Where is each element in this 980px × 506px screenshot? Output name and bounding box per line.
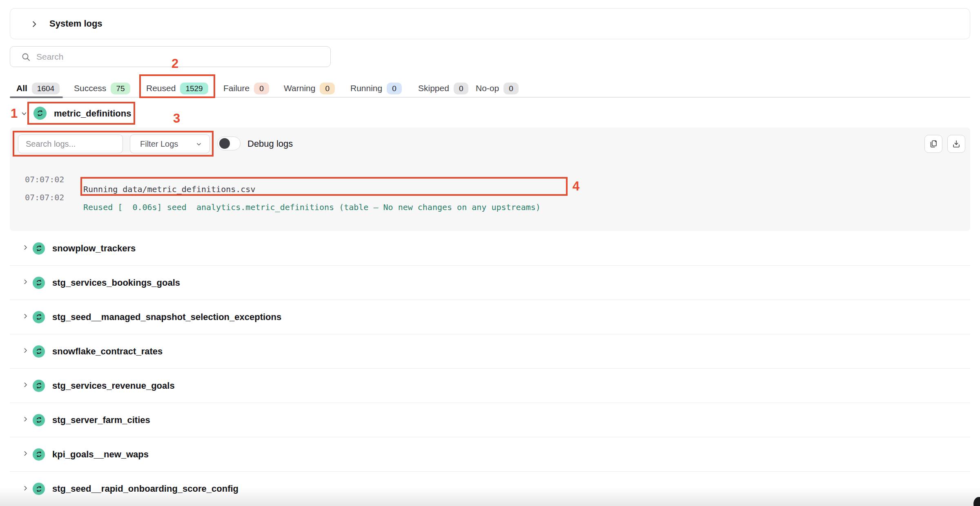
tab-count-badge: 1529 [180,83,208,94]
chevron-right-icon [22,244,29,253]
node-label: stg_services_revenue_goals [52,381,175,391]
download-icon [952,139,961,148]
log-line: 07:07:02 Running data/metric_definitions… [10,165,970,175]
node-label: stg_seed__rapid_onboarding_score_config [52,484,238,494]
node-row[interactable]: stg_seed__rapid_onboarding_score_config [10,472,970,506]
tab-label: Reused [146,83,176,93]
search-input[interactable]: Search [10,46,331,67]
node-row[interactable]: kpi_goals__new_waps [10,437,970,472]
sync-icon [33,448,45,461]
log-panel: Search logs... Filter Logs Debug logs 07… [10,128,970,231]
tab-label: Skipped [418,83,449,93]
chevron-right-icon [22,347,29,356]
node-row[interactable]: stg_services_bookings_goals [10,266,970,300]
log-search-placeholder: Search logs... [26,139,76,149]
node-label: kpi_goals__new_waps [52,449,149,460]
node-row[interactable]: stg_services_revenue_goals [10,369,970,403]
log-timestamp: 07:07:02 [25,193,64,202]
tab-label: No-op [476,83,499,93]
tab-count-badge: 75 [111,83,130,94]
sync-icon [33,483,45,495]
tab-noop[interactable]: No-op 0 [476,81,519,96]
corner-artifact [973,497,980,506]
tab-all[interactable]: All 1604 [16,81,60,96]
tab-count-badge: 0 [254,83,269,94]
sync-icon [33,107,47,120]
sync-icon [33,380,45,392]
filter-logs-dropdown[interactable]: Filter Logs [130,134,210,153]
expanded-node-row[interactable] [10,101,970,126]
copy-icon [929,139,938,148]
copy-logs-button[interactable] [924,135,942,153]
node-row[interactable]: stg_server_farm_cities [10,403,970,437]
tab-running[interactable]: Running 0 [350,81,402,96]
sync-icon [33,311,45,323]
tab-count-badge: 0 [454,83,469,94]
node-list: snowplow_trackers stg_services_bookings_… [10,231,970,506]
tab-label: All [16,83,27,93]
download-logs-button[interactable] [947,135,965,153]
tab-warning[interactable]: Warning 0 [284,81,335,96]
sync-icon [33,414,45,426]
active-tab-indicator [10,96,63,98]
toggle-knob [219,138,230,149]
chevron-right-icon [22,278,29,287]
node-label: stg_seed__managed_snapshot_selection_exc… [52,312,281,322]
tab-label: Success [74,83,106,93]
tab-label: Running [350,83,382,93]
chevron-down-icon[interactable] [20,110,28,119]
chevron-right-icon [22,381,29,390]
chevron-right-icon [22,313,29,321]
node-label: snowplow_trackers [52,243,136,254]
tab-success[interactable]: Success 75 [74,81,130,96]
debug-logs-label: Debug logs [247,139,293,149]
tab-skipped[interactable]: Skipped 0 [418,81,468,96]
system-logs-page: System logs Search All 1604 Success 75 R… [0,0,980,506]
tab-failure[interactable]: Failure 0 [223,81,269,96]
node-row[interactable]: snowplow_trackers [10,231,970,266]
node-label: stg_server_farm_cities [52,415,150,425]
sync-icon [33,277,45,289]
page-title: System logs [49,18,102,29]
chevron-right-icon [22,485,29,493]
node-row[interactable]: snowflake_contract_rates [10,334,970,369]
log-line: 07:07:02 Reused [ 0.06s] seed analytics.… [10,183,970,193]
sync-icon [33,345,45,358]
chevron-right-icon[interactable] [30,20,39,29]
log-text-reused: Reused [ 0.06s] seed analytics.metric_de… [83,202,541,212]
tab-count-badge: 1604 [32,83,60,94]
node-label: stg_services_bookings_goals [52,278,180,288]
tab-reused[interactable]: Reused 1529 [146,81,208,96]
tabs-underline [10,97,970,98]
chevron-right-icon [22,450,29,459]
chevron-down-icon [196,141,202,148]
tab-count-badge: 0 [320,83,335,94]
system-logs-card: System logs [10,8,970,39]
debug-logs-toggle[interactable] [217,137,241,150]
expanded-node-label: metric_definitions [54,108,131,119]
chevron-right-icon [22,416,29,424]
tab-label: Warning [284,83,315,93]
log-search-input[interactable]: Search logs... [18,134,123,153]
search-placeholder: Search [36,52,64,62]
tab-label: Failure [223,83,249,93]
sync-icon [33,242,45,255]
tab-count-badge: 0 [503,83,519,94]
search-icon [21,52,31,62]
filter-logs-label: Filter Logs [140,139,178,149]
node-label: snowflake_contract_rates [52,346,163,357]
tab-count-badge: 0 [387,83,402,94]
node-row[interactable]: stg_seed__managed_snapshot_selection_exc… [10,300,970,334]
